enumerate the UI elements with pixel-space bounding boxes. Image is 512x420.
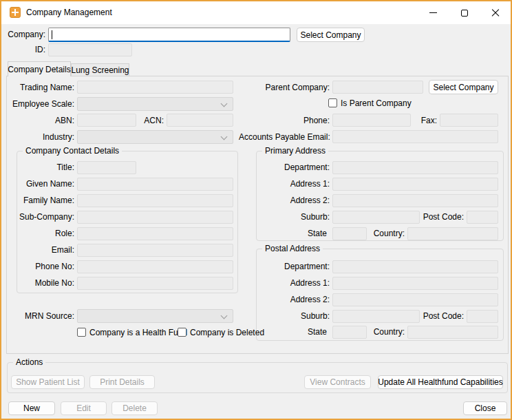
acn-label: ACN: xyxy=(139,116,164,126)
family-name-label: Family Name: xyxy=(3,196,74,206)
show-patient-list-button: Show Patient List xyxy=(11,375,85,389)
contact-title-label: Title: xyxy=(3,162,74,173)
given-name-label: Given Name: xyxy=(3,179,74,189)
primary-country-label: Country: xyxy=(370,229,405,239)
minimize-icon xyxy=(429,12,437,13)
id-label: ID: xyxy=(7,45,45,55)
employee-scale-label: Employee Scale: xyxy=(3,99,74,109)
delete-button: Delete xyxy=(111,401,158,415)
employee-scale-select xyxy=(77,97,233,111)
titlebar: Company Management xyxy=(1,1,511,24)
parent-company-label: Parent Company: xyxy=(239,83,330,93)
primary-suburb-label: Suburb: xyxy=(239,212,330,222)
role-input xyxy=(77,227,233,240)
accounts-payable-email-input xyxy=(332,130,498,143)
postal-state-input xyxy=(332,326,367,339)
is-parent-company-checkbox[interactable] xyxy=(328,98,337,107)
phone-label: Phone: xyxy=(239,116,330,126)
edit-button: Edit xyxy=(61,401,107,415)
email-label: Email: xyxy=(3,245,74,255)
contact-phone-no-label: Phone No: xyxy=(3,262,74,272)
company-input[interactable] xyxy=(48,28,290,42)
postal-post-code-input xyxy=(467,310,498,323)
chevron-down-icon xyxy=(221,313,228,319)
contact-phone-no-input xyxy=(77,260,233,273)
select-company-button[interactable]: Select Company xyxy=(297,28,365,42)
primary-address1-label: Address 1: xyxy=(239,179,330,189)
select-parent-company-button[interactable]: Select Company xyxy=(429,80,498,94)
phone-input xyxy=(332,114,411,127)
postal-address-title: Postal Address xyxy=(262,244,323,254)
postal-suburb-input xyxy=(332,310,420,323)
parent-company-input xyxy=(332,81,423,94)
postal-department-label: Department: xyxy=(239,262,330,272)
company-deleted-label: Company is Deleted xyxy=(190,328,264,338)
is-parent-company-label: Is Parent Company xyxy=(341,98,412,109)
postal-department-input xyxy=(332,260,498,273)
primary-state-input xyxy=(332,227,367,240)
trading-name-input xyxy=(77,81,233,94)
company-label: Company: xyxy=(7,30,45,40)
abn-input xyxy=(77,114,136,127)
tab-company-details[interactable]: Company Details xyxy=(8,61,71,76)
acn-input xyxy=(167,114,233,127)
close-window-button[interactable] xyxy=(480,1,511,24)
contact-title-input xyxy=(77,161,136,174)
close-icon xyxy=(491,9,500,17)
app-plus-icon xyxy=(10,7,21,18)
primary-address2-input xyxy=(332,194,498,207)
postal-address2-input xyxy=(332,293,498,306)
postal-address1-label: Address 1: xyxy=(239,278,330,288)
view-contracts-button: View Contracts xyxy=(304,375,371,389)
print-details-button: Print Details xyxy=(89,375,155,389)
health-fund-label: Company is a Health Fund xyxy=(89,328,187,338)
role-label: Role: xyxy=(3,229,74,239)
company-contact-details-title: Company Contact Details xyxy=(23,146,122,156)
email-input xyxy=(77,244,233,257)
fax-label: Fax: xyxy=(413,116,437,126)
given-name-input xyxy=(77,178,233,191)
mobile-no-label: Mobile No: xyxy=(3,278,74,288)
primary-state-label: State xyxy=(303,229,327,239)
industry-select xyxy=(77,130,233,144)
primary-post-code-label: Post Code: xyxy=(423,212,464,222)
primary-country-input xyxy=(407,227,498,240)
mrn-source-label: MRN Source: xyxy=(3,311,74,322)
window-title: Company Management xyxy=(26,1,112,24)
company-deleted-checkbox[interactable] xyxy=(178,328,186,337)
abn-label: ABN: xyxy=(3,116,74,126)
postal-post-code-label: Post Code: xyxy=(423,311,464,322)
actions-title: Actions xyxy=(13,357,45,368)
postal-address1-input xyxy=(332,277,498,290)
industry-label: Industry: xyxy=(3,132,74,143)
primary-department-input xyxy=(332,161,498,174)
trading-name-label: Trading Name: xyxy=(3,83,74,93)
new-button[interactable]: New xyxy=(8,401,55,415)
postal-suburb-label: Suburb: xyxy=(239,311,330,322)
primary-suburb-input xyxy=(332,211,420,224)
postal-address2-label: Address 2: xyxy=(239,295,330,305)
maximize-icon xyxy=(461,10,468,17)
postal-state-label: State xyxy=(303,327,327,337)
sub-company-label: Sub-Company: xyxy=(3,212,74,222)
primary-address1-input xyxy=(332,178,498,191)
chevron-down-icon xyxy=(221,101,228,107)
company-management-window: Company Management Company: Select Compa… xyxy=(0,0,512,420)
mobile-no-input xyxy=(77,277,233,290)
primary-address2-label: Address 2: xyxy=(239,196,330,206)
close-button[interactable]: Close xyxy=(463,401,507,415)
primary-address-title: Primary Address xyxy=(262,146,328,156)
maximize-button[interactable] xyxy=(449,1,480,24)
minimize-button[interactable] xyxy=(418,1,449,24)
health-fund-checkbox[interactable] xyxy=(77,328,86,337)
tab-lung-screening[interactable]: Lung Screening xyxy=(71,63,129,76)
postal-country-label: Country: xyxy=(370,327,405,337)
sub-company-input xyxy=(77,211,233,224)
id-input xyxy=(48,43,132,56)
chevron-down-icon xyxy=(221,134,228,140)
primary-department-label: Department: xyxy=(239,162,330,173)
update-healthfund-capabilities-button[interactable]: Update All Healthfund Capabilities xyxy=(378,375,503,389)
fax-input xyxy=(440,114,498,127)
accounts-payable-email-label: Accounts Payable Email: xyxy=(239,132,330,143)
postal-country-input xyxy=(407,326,498,339)
